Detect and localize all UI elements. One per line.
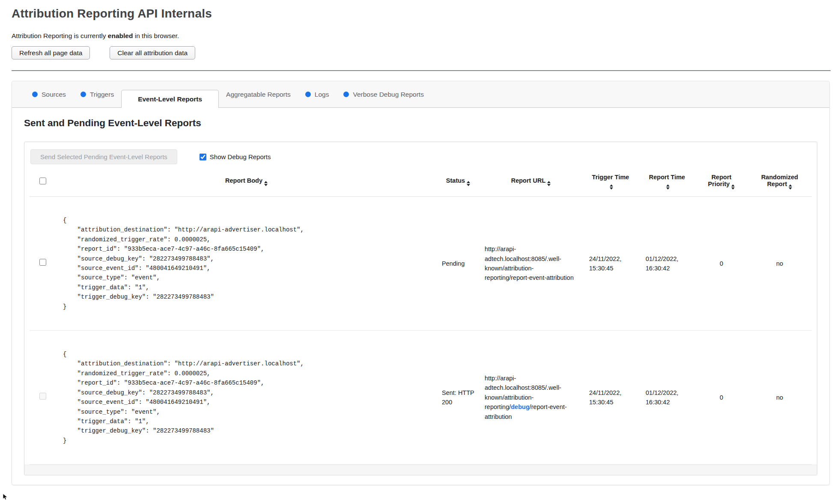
trigger-time-cell: 24/11/2022, 15:30:45 — [582, 331, 639, 465]
tab-label: Event-Level Reports — [138, 95, 202, 103]
page-toolbar: Refresh all page data Clear all attribut… — [12, 46, 831, 59]
show-debug-reports-checkbox[interactable] — [200, 154, 206, 160]
tab-content: Sent and Pending Event-Level Reports Sen… — [12, 108, 829, 485]
column-label: Trigger Time — [592, 174, 629, 181]
status-text-suffix: in this browser. — [133, 32, 179, 39]
mouse-cursor-icon — [3, 493, 9, 501]
tab-event-level-reports[interactable]: Event-Level Reports — [121, 90, 219, 108]
report-url-cell: http://arapi-adtech.localhost:8085/.well… — [480, 331, 582, 465]
tab-panel: Sources Triggers Event-Level Reports Agg… — [12, 81, 830, 485]
column-header-randomized-report[interactable]: Randomized Report — [748, 169, 812, 197]
select-all-header-cell — [30, 169, 56, 197]
tab-verbose-debug-reports[interactable]: Verbose Debug Reports — [343, 81, 423, 107]
tab-label: Sources — [42, 91, 66, 98]
card-toolbar: Send Selected Pending Event-Level Report… — [30, 149, 812, 164]
report-priority-cell: 0 — [695, 331, 748, 465]
show-debug-reports-label: Show Debug Reports — [210, 153, 271, 160]
report-priority-cell: 0 — [695, 197, 748, 331]
column-label: Report Priority — [708, 174, 732, 187]
tab-triggers[interactable]: Triggers — [80, 81, 114, 107]
attribution-internals-page: Attribution Reporting API Internals Attr… — [0, 0, 834, 485]
tab-label: Aggregatable Reports — [226, 91, 291, 98]
sort-icon — [467, 181, 470, 186]
table-footer — [24, 465, 817, 475]
sort-icon — [264, 181, 268, 186]
clear-all-attribution-data-button[interactable]: Clear all attribution data — [110, 46, 195, 59]
sort-icon — [731, 184, 735, 190]
report-time-cell: 01/12/2022, 16:30:42 — [639, 197, 695, 331]
column-header-status[interactable]: Status — [437, 169, 480, 197]
send-selected-pending-reports-button[interactable]: Send Selected Pending Event-Level Report… — [30, 149, 177, 164]
column-label: Report Body — [225, 177, 262, 184]
report-body-cell: { "attribution_destination": "http://ara… — [56, 197, 437, 331]
reports-table-card: Send Selected Pending Event-Level Report… — [24, 142, 817, 475]
column-label: Status — [446, 177, 465, 184]
event-level-reports-table: Report Body Status Report URL Trigger Ti… — [30, 169, 812, 465]
tab-aggregatable-reports[interactable]: Aggregatable Reports — [226, 81, 291, 107]
report-row-sent: { "attribution_destination": "http://ara… — [30, 331, 812, 465]
report-body-cell: { "attribution_destination": "http://ara… — [56, 331, 437, 465]
tab-sources[interactable]: Sources — [32, 81, 66, 107]
tab-label: Logs — [315, 91, 329, 98]
column-header-trigger-time[interactable]: Trigger Time — [582, 169, 639, 197]
status-cell: Sent: HTTP 200 — [437, 331, 480, 465]
column-label: Report URL — [511, 177, 546, 184]
sources-dot-icon — [32, 92, 38, 97]
report-body-json: { "attribution_destination": "http://ara… — [63, 216, 433, 311]
sort-icon — [610, 184, 613, 190]
report-row-pending: { "attribution_destination": "http://ara… — [30, 197, 812, 331]
trigger-time-cell: 24/11/2022, 15:30:45 — [582, 197, 639, 331]
column-header-report-body[interactable]: Report Body — [56, 169, 437, 197]
page-title: Attribution Reporting API Internals — [12, 7, 831, 21]
logs-dot-icon — [305, 92, 311, 97]
tab-label: Verbose Debug Reports — [353, 91, 423, 98]
divider — [12, 70, 831, 71]
tab-label: Triggers — [90, 91, 114, 98]
table-header-row: Report Body Status Report URL Trigger Ti… — [30, 169, 812, 197]
sort-icon — [547, 181, 551, 186]
sort-icon — [789, 184, 792, 190]
column-header-report-priority[interactable]: Report Priority — [695, 169, 748, 197]
column-label: Randomized Report — [761, 174, 798, 187]
show-debug-reports-toggle[interactable]: Show Debug Reports — [200, 153, 271, 160]
status-text-prefix: Attribution Reporting is currently — [12, 32, 108, 39]
column-header-report-url[interactable]: Report URL — [480, 169, 582, 197]
section-heading: Sent and Pending Event-Level Reports — [24, 118, 817, 129]
status-enabled-text: enabled — [108, 32, 133, 39]
api-status-line: Attribution Reporting is currently enabl… — [12, 32, 831, 40]
report-body-json: { "attribution_destination": "http://ara… — [63, 350, 433, 445]
refresh-all-page-data-button[interactable]: Refresh all page data — [12, 46, 90, 59]
status-cell: Pending — [437, 197, 480, 331]
tab-logs[interactable]: Logs — [305, 81, 329, 107]
column-label: Report Time — [649, 174, 685, 181]
select-all-checkbox[interactable] — [39, 178, 46, 184]
triggers-dot-icon — [80, 92, 86, 97]
verbose-debug-dot-icon — [343, 92, 349, 97]
sort-icon — [666, 184, 670, 190]
report-time-cell: 01/12/2022, 16:30:42 — [639, 331, 695, 465]
url-text: http://arapi-adtech.localhost:8085/.well… — [485, 246, 574, 281]
row-select-checkbox — [39, 393, 46, 400]
row-select-cell — [30, 331, 56, 465]
column-header-report-time[interactable]: Report Time — [639, 169, 695, 197]
report-url-cell: http://arapi-adtech.localhost:8085/.well… — [480, 197, 582, 331]
tab-strip: Sources Triggers Event-Level Reports Agg… — [12, 81, 829, 108]
row-select-checkbox[interactable] — [39, 259, 46, 266]
randomized-report-cell: no — [748, 197, 812, 331]
debug-path-link[interactable]: debug — [511, 403, 530, 410]
row-select-cell — [30, 197, 56, 331]
randomized-report-cell: no — [748, 331, 812, 465]
